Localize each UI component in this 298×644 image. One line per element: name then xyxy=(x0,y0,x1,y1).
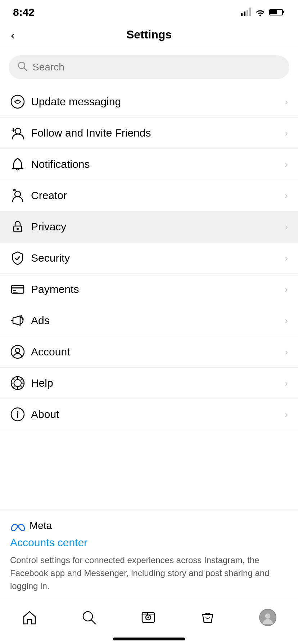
nav-item-search[interactable] xyxy=(74,607,104,628)
home-indicator-bar xyxy=(113,638,185,640)
accounts-center-link[interactable]: Accounts center xyxy=(10,537,288,549)
meta-text: Meta xyxy=(30,520,52,532)
help-label: Help xyxy=(31,377,281,389)
chevron-icon: › xyxy=(285,96,288,107)
svg-rect-1 xyxy=(283,11,284,13)
status-bar: 8:42 xyxy=(0,0,298,22)
home-indicator xyxy=(0,632,298,644)
follow-invite-label: Follow and Invite Friends xyxy=(31,127,281,139)
account-icon xyxy=(10,344,31,359)
bottom-nav xyxy=(0,600,298,632)
svg-point-22 xyxy=(22,318,24,320)
menu-item-about[interactable]: About › xyxy=(0,399,298,430)
update-messaging-icon xyxy=(10,94,31,109)
security-label: Security xyxy=(31,252,281,264)
svg-point-24 xyxy=(15,348,20,353)
menu-item-notifications[interactable]: Notifications › xyxy=(0,149,298,180)
status-icons xyxy=(241,8,285,17)
status-time: 8:42 xyxy=(13,6,35,18)
payments-label: Payments xyxy=(31,283,281,295)
security-icon xyxy=(10,250,31,266)
menu-item-creator[interactable]: Creator › xyxy=(0,180,298,211)
notifications-icon xyxy=(10,157,31,172)
battery-icon xyxy=(269,8,285,17)
search-nav-icon xyxy=(81,610,97,625)
back-button[interactable]: ‹ xyxy=(11,29,15,41)
about-label: About xyxy=(31,408,281,420)
meta-section: Meta Accounts center Control settings fo… xyxy=(0,510,298,600)
svg-point-21 xyxy=(22,317,23,318)
chevron-icon: › xyxy=(285,378,288,389)
profile-avatar xyxy=(259,609,276,626)
payments-icon xyxy=(10,282,31,297)
home-nav-icon xyxy=(22,610,37,625)
chevron-icon: › xyxy=(285,128,288,139)
settings-header: ‹ Settings xyxy=(0,22,298,48)
chevron-icon: › xyxy=(285,159,288,170)
search-icon xyxy=(17,61,27,73)
chevron-icon: › xyxy=(285,253,288,264)
svg-point-38 xyxy=(83,612,92,621)
chevron-icon: › xyxy=(285,221,288,233)
nav-item-home[interactable] xyxy=(14,607,45,628)
svg-point-47 xyxy=(265,613,270,619)
about-icon xyxy=(10,407,31,422)
nav-item-shop[interactable] xyxy=(193,607,223,628)
menu-item-privacy[interactable]: Privacy › xyxy=(0,211,298,243)
chevron-icon: › xyxy=(285,190,288,201)
ads-icon xyxy=(10,313,31,328)
settings-menu-list: Update messaging › Follow and Invite Fri… xyxy=(0,86,298,510)
svg-point-13 xyxy=(17,228,19,230)
menu-item-account[interactable]: Account › xyxy=(0,336,298,368)
menu-item-help[interactable]: Help › xyxy=(0,368,298,399)
meta-logo-icon xyxy=(10,521,26,531)
chevron-icon: › xyxy=(285,409,288,420)
search-bar[interactable] xyxy=(9,55,289,79)
chevron-icon: › xyxy=(285,315,288,326)
page-title: Settings xyxy=(126,28,172,41)
reels-nav-icon xyxy=(140,610,156,625)
follow-invite-icon xyxy=(10,125,31,141)
svg-point-42 xyxy=(147,617,149,618)
creator-icon xyxy=(10,188,31,203)
svg-point-6 xyxy=(15,128,21,134)
notifications-label: Notifications xyxy=(31,158,281,170)
chevron-icon: › xyxy=(285,284,288,295)
account-label: Account xyxy=(31,346,281,358)
svg-line-4 xyxy=(24,68,27,70)
signal-icon xyxy=(241,8,251,16)
svg-point-5 xyxy=(11,95,24,108)
menu-item-ads[interactable]: Ads › xyxy=(0,305,298,336)
svg-rect-2 xyxy=(270,10,277,14)
svg-point-37 xyxy=(17,411,18,413)
search-container xyxy=(0,48,298,86)
menu-item-security[interactable]: Security › xyxy=(0,243,298,274)
meta-logo: Meta xyxy=(10,520,288,532)
shop-nav-icon xyxy=(200,610,216,625)
menu-item-payments[interactable]: Payments › xyxy=(0,274,298,305)
search-input[interactable] xyxy=(32,61,281,73)
chevron-icon: › xyxy=(285,346,288,358)
nav-item-profile[interactable] xyxy=(252,606,284,629)
svg-line-39 xyxy=(91,620,95,624)
menu-item-follow-invite[interactable]: Follow and Invite Friends › xyxy=(0,118,298,149)
svg-point-9 xyxy=(15,191,21,197)
ads-label: Ads xyxy=(31,314,281,327)
meta-description: Control settings for connected experienc… xyxy=(10,554,288,593)
privacy-icon xyxy=(10,219,31,234)
creator-label: Creator xyxy=(31,189,281,202)
wifi-icon xyxy=(255,8,266,17)
help-icon xyxy=(10,376,31,391)
svg-point-20 xyxy=(21,315,22,317)
privacy-label: Privacy xyxy=(31,221,281,233)
nav-item-reels[interactable] xyxy=(133,607,163,628)
menu-item-update-messaging[interactable]: Update messaging › xyxy=(0,86,298,118)
update-messaging-label: Update messaging xyxy=(31,96,281,108)
svg-point-26 xyxy=(14,380,21,387)
